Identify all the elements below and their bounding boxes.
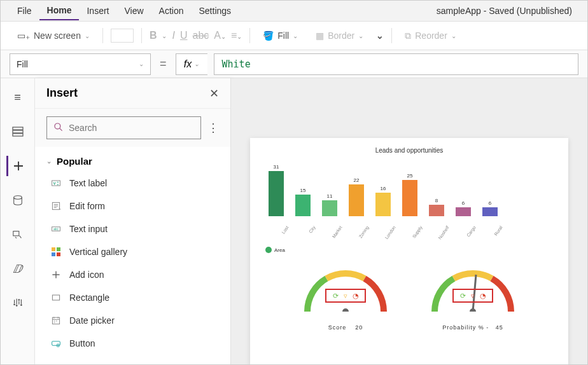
bar: [402, 180, 417, 216]
legend-swatch: [265, 247, 272, 253]
rail-hamburger-icon[interactable]: ≡: [6, 87, 29, 107]
svg-rect-18: [52, 295, 59, 300]
gallery-icon: [50, 246, 62, 258]
bar-value: 11: [327, 193, 333, 199]
bar-value: 22: [354, 177, 360, 183]
align-icon[interactable]: ≡⌄: [231, 30, 242, 41]
svg-point-9: [55, 123, 60, 129]
menu-settings[interactable]: Settings: [192, 2, 239, 20]
x-label: Supply: [409, 225, 427, 246]
border-button[interactable]: ▦ Border ⌄: [311, 28, 368, 43]
menu-view[interactable]: View: [116, 2, 151, 20]
item-label: Text label: [69, 178, 107, 188]
bar: [375, 193, 391, 216]
bar-column: 6: [454, 200, 473, 216]
rail-variables-icon[interactable]: ⅅ: [6, 259, 29, 279]
insert-item-rect[interactable]: Rectangle: [35, 286, 230, 309]
gauge-toolbar[interactable]: ⟳ ▿ ◔: [325, 289, 366, 303]
menu-file[interactable]: File: [10, 2, 39, 20]
item-label: Rectangle: [69, 293, 109, 303]
insert-item-plus[interactable]: Add icon: [35, 263, 230, 286]
chevron-down-icon: ⌄: [451, 32, 456, 39]
gauge-toolbar[interactable]: ⟳ ▿ ◔: [452, 289, 493, 303]
legend-label: Area: [274, 247, 285, 253]
svg-rect-16: [52, 252, 55, 256]
x-label: Cargo: [462, 225, 480, 246]
canvas-area[interactable]: Leads and opportunities 311511221625866 …: [231, 78, 587, 364]
formula-input[interactable]: White: [214, 53, 578, 75]
chevron-down-icon: ⌄: [85, 32, 90, 39]
chart-icon[interactable]: ◔: [352, 292, 360, 300]
item-label: Date picker: [69, 315, 115, 326]
svg-point-23: [342, 308, 349, 312]
underline-icon[interactable]: U: [180, 30, 188, 41]
rail-insert-icon[interactable]: [6, 156, 29, 176]
bar-value: 6: [462, 200, 465, 206]
insert-pane: Insert ✕ Search ⋮ ⌄ Popular Text labelEd…: [35, 78, 231, 364]
reorder-button[interactable]: ⧉ Reorder ⌄: [400, 28, 461, 44]
left-rail: ≡ ⅅ: [1, 78, 35, 364]
search-input[interactable]: Search: [46, 116, 201, 139]
bold-icon[interactable]: B: [150, 30, 157, 41]
expand-icon[interactable]: ⌄: [376, 31, 384, 41]
x-label: Lost: [275, 225, 293, 246]
chevron-down-icon: ⌄: [139, 60, 144, 67]
svg-rect-14: [52, 247, 55, 251]
font-color-icon[interactable]: A⌄: [214, 30, 226, 41]
menu-action[interactable]: Action: [151, 2, 192, 20]
menu-home[interactable]: Home: [39, 1, 80, 20]
close-icon[interactable]: ✕: [209, 86, 219, 100]
insert-item-gallery[interactable]: Vertical gallery: [35, 240, 230, 263]
rail-data-icon[interactable]: [6, 190, 29, 210]
x-label: Zoning: [355, 225, 374, 246]
rail-media-icon[interactable]: [6, 224, 29, 245]
rail-tools-icon[interactable]: [6, 293, 29, 313]
reload-icon[interactable]: ⟳: [459, 292, 466, 300]
bar-chart: 311511221625866: [263, 159, 556, 216]
bar: [295, 195, 311, 216]
insert-item-label[interactable]: Text label: [35, 172, 230, 195]
new-screen-button[interactable]: ▭₊ New screen ⌄: [12, 28, 95, 43]
text-format-group: B⌄ I U abc A⌄ ≡⌄: [150, 30, 242, 41]
reorder-icon: ⧉: [405, 31, 411, 41]
reload-icon[interactable]: ⟳: [332, 292, 339, 300]
x-label: City: [302, 225, 320, 246]
fill-label: Fill: [277, 31, 289, 41]
chart-icon[interactable]: ◔: [479, 292, 487, 300]
menu-insert[interactable]: Insert: [79, 2, 116, 20]
color-swatch[interactable]: [111, 29, 134, 43]
rect-icon: [50, 292, 62, 303]
plus-icon: [50, 269, 62, 280]
insert-item-date[interactable]: Date picker: [35, 309, 230, 332]
bar: [456, 207, 471, 216]
italic-icon[interactable]: I: [172, 30, 174, 41]
insert-item-form[interactable]: Edit form: [35, 195, 230, 217]
group-popular[interactable]: ⌄ Popular: [35, 151, 230, 172]
gauge-probability: ⟳ ▿ ◔ Probability % - 45: [422, 261, 524, 331]
insert-item-button[interactable]: Button: [35, 332, 230, 355]
gauge1-label: Score: [328, 324, 347, 331]
svg-rect-4: [13, 231, 18, 236]
svg-point-5: [13, 303, 15, 305]
gauge2-value: 45: [496, 324, 503, 331]
bar-column: 15: [293, 188, 312, 216]
fx-button[interactable]: fx⌄: [176, 53, 207, 75]
more-options-icon[interactable]: ⋮: [207, 121, 219, 135]
insert-item-input[interactable]: ab|Text input: [35, 217, 230, 240]
strike-icon[interactable]: abc: [193, 30, 209, 41]
svg-rect-2: [13, 134, 23, 136]
rail-tree-icon[interactable]: [6, 121, 29, 142]
svg-rect-0: [13, 127, 23, 130]
bar-column: 22: [347, 177, 366, 216]
fill-button[interactable]: 🪣 Fill ⌄: [258, 28, 303, 43]
svg-point-25: [470, 308, 476, 312]
funnel-icon[interactable]: ▿: [342, 292, 349, 300]
bar-value: 15: [300, 188, 306, 193]
property-selector[interactable]: Fill ⌄: [10, 53, 151, 75]
bar-column: 11: [320, 193, 339, 216]
new-screen-label: New screen: [34, 31, 81, 41]
funnel-icon[interactable]: ▿: [469, 292, 477, 300]
bar-column: 31: [267, 164, 286, 216]
svg-point-3: [13, 196, 22, 199]
x-axis-labels: LostCityMarketZoningLondonSupplyNoshelfC…: [263, 219, 556, 234]
